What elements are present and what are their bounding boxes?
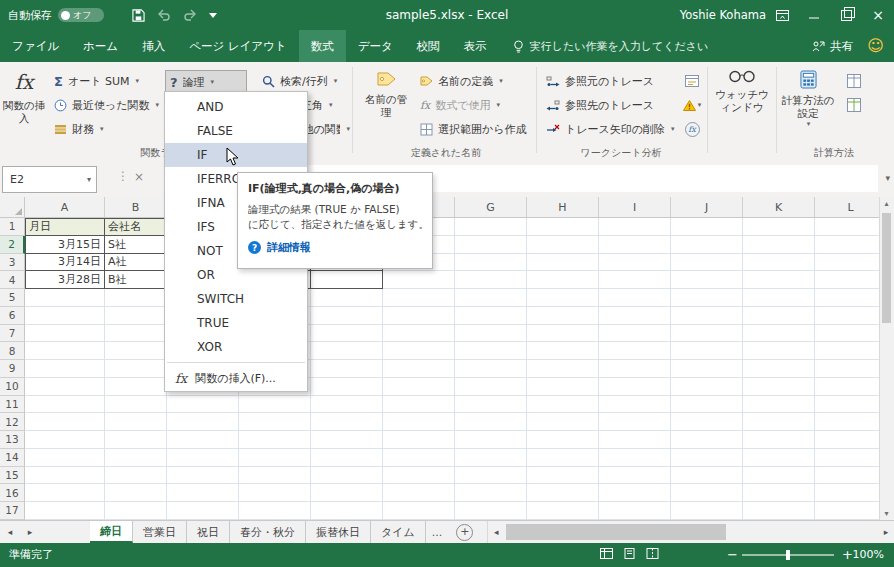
cell-H5[interactable] xyxy=(527,289,599,307)
cell-D14[interactable] xyxy=(239,449,311,467)
cell-H14[interactable] xyxy=(527,449,599,467)
cell-J3[interactable] xyxy=(671,254,743,272)
row-header-13[interactable]: 13 xyxy=(0,431,25,449)
cell-J6[interactable] xyxy=(671,307,743,325)
scroll-up-icon[interactable]: ▴ xyxy=(880,199,893,208)
cell-F12[interactable] xyxy=(383,413,455,431)
cell-A7[interactable] xyxy=(25,325,105,343)
cell-A14[interactable] xyxy=(25,449,105,467)
cell-B1[interactable]: 会社名 xyxy=(105,218,167,236)
remove-arrows-button[interactable]: トレース矢印の削除▾ xyxy=(542,118,684,140)
autosave-toggle[interactable]: 自動保存 オフ xyxy=(8,0,104,30)
cell-D15[interactable] xyxy=(239,467,311,485)
cell-J16[interactable] xyxy=(671,484,743,502)
cell-D16[interactable] xyxy=(239,484,311,502)
row-header-16[interactable]: 16 xyxy=(0,484,25,502)
cell-H11[interactable] xyxy=(527,396,599,414)
cell-F7[interactable] xyxy=(383,325,455,343)
cell-F14[interactable] xyxy=(383,449,455,467)
qat-customize-button[interactable] xyxy=(209,13,217,18)
row-header-5[interactable]: 5 xyxy=(0,289,25,307)
formula-bar-expand-icon[interactable]: ▾ xyxy=(885,173,890,183)
cell-J8[interactable] xyxy=(671,342,743,360)
cell-K1[interactable] xyxy=(743,218,815,236)
column-header-A[interactable]: A xyxy=(25,197,105,218)
scroll-left-icon[interactable]: ◂ xyxy=(488,527,504,537)
tell-me-box[interactable]: 実行したい作業を入力してください xyxy=(513,30,709,62)
cell-E14[interactable] xyxy=(311,449,383,467)
cell-J4[interactable] xyxy=(671,271,743,289)
show-formulas-button[interactable] xyxy=(680,70,704,92)
restore-button[interactable] xyxy=(830,0,862,30)
trace-dependents-button[interactable]: 参照先のトレース xyxy=(542,94,684,116)
cell-A15[interactable] xyxy=(25,467,105,485)
share-button[interactable]: 共有 xyxy=(812,39,853,54)
cell-K9[interactable] xyxy=(743,360,815,378)
row-header-12[interactable]: 12 xyxy=(0,413,25,431)
evaluate-formula-button[interactable]: fx xyxy=(680,118,704,140)
horizontal-scroll-track[interactable] xyxy=(504,521,878,543)
cell-L9[interactable] xyxy=(815,360,880,378)
sheet-tab-振替休日[interactable]: 振替休日 xyxy=(306,521,371,543)
cell-L12[interactable] xyxy=(815,413,880,431)
name-box-dropdown-icon[interactable]: ▾ xyxy=(87,175,96,184)
cell-I1[interactable] xyxy=(599,218,671,236)
sheet-tab-祝日[interactable]: 祝日 xyxy=(187,521,230,543)
cell-H4[interactable] xyxy=(527,271,599,289)
ribbon-tab-表示[interactable]: 表示 xyxy=(452,30,499,62)
cell-I11[interactable] xyxy=(599,396,671,414)
cell-H16[interactable] xyxy=(527,484,599,502)
name-manager-button[interactable]: 名前の管理 xyxy=(360,65,412,150)
cell-B14[interactable] xyxy=(105,449,167,467)
cell-J11[interactable] xyxy=(671,396,743,414)
cell-L7[interactable] xyxy=(815,325,880,343)
cell-E11[interactable] xyxy=(311,396,383,414)
cell-F10[interactable] xyxy=(383,378,455,396)
ribbon-tab-挿入[interactable]: 挿入 xyxy=(130,30,177,62)
column-header-H[interactable]: H xyxy=(527,197,599,218)
undo-button[interactable] xyxy=(157,9,171,21)
cell-F5[interactable] xyxy=(383,289,455,307)
cell-B15[interactable] xyxy=(105,467,167,485)
cell-L15[interactable] xyxy=(815,467,880,485)
cell-J9[interactable] xyxy=(671,360,743,378)
cell-G12[interactable] xyxy=(455,413,527,431)
cell-K11[interactable] xyxy=(743,396,815,414)
cell-K5[interactable] xyxy=(743,289,815,307)
redo-button[interactable] xyxy=(183,9,197,21)
cell-J10[interactable] xyxy=(671,378,743,396)
cell-F17[interactable] xyxy=(383,502,455,520)
cell-L5[interactable] xyxy=(815,289,880,307)
menu-item-xor[interactable]: XOR xyxy=(165,335,307,359)
cell-K6[interactable] xyxy=(743,307,815,325)
cell-J7[interactable] xyxy=(671,325,743,343)
cell-E6[interactable] xyxy=(311,307,383,325)
use-in-formula-button[interactable]: fx 数式で使用▾ xyxy=(416,94,540,116)
cell-C12[interactable] xyxy=(167,413,239,431)
cell-D12[interactable] xyxy=(239,413,311,431)
cell-K4[interactable] xyxy=(743,271,815,289)
row-header-15[interactable]: 15 xyxy=(0,467,25,485)
menu-item-false[interactable]: FALSE xyxy=(165,119,307,143)
cell-B11[interactable] xyxy=(105,396,167,414)
cell-I12[interactable] xyxy=(599,413,671,431)
cell-H10[interactable] xyxy=(527,378,599,396)
ribbon-tab-ファイル[interactable]: ファイル xyxy=(0,30,71,62)
menu-item-switch[interactable]: SWITCH xyxy=(165,287,307,311)
cell-K12[interactable] xyxy=(743,413,815,431)
cell-H15[interactable] xyxy=(527,467,599,485)
cell-L3[interactable] xyxy=(815,254,880,272)
cell-G11[interactable] xyxy=(455,396,527,414)
cell-K15[interactable] xyxy=(743,467,815,485)
row-header-4[interactable]: 4 xyxy=(0,271,25,289)
cell-E13[interactable] xyxy=(311,431,383,449)
cell-B2[interactable]: S社 xyxy=(105,236,167,254)
zoom-out-icon[interactable]: − xyxy=(727,543,738,567)
cell-D11[interactable] xyxy=(239,396,311,414)
cell-K7[interactable] xyxy=(743,325,815,343)
cell-E7[interactable] xyxy=(311,325,383,343)
add-sheet-button[interactable]: + xyxy=(456,524,473,541)
row-header-3[interactable]: 3 xyxy=(0,254,25,272)
cell-F8[interactable] xyxy=(383,342,455,360)
cell-A3[interactable]: 3月14日 xyxy=(25,254,105,272)
